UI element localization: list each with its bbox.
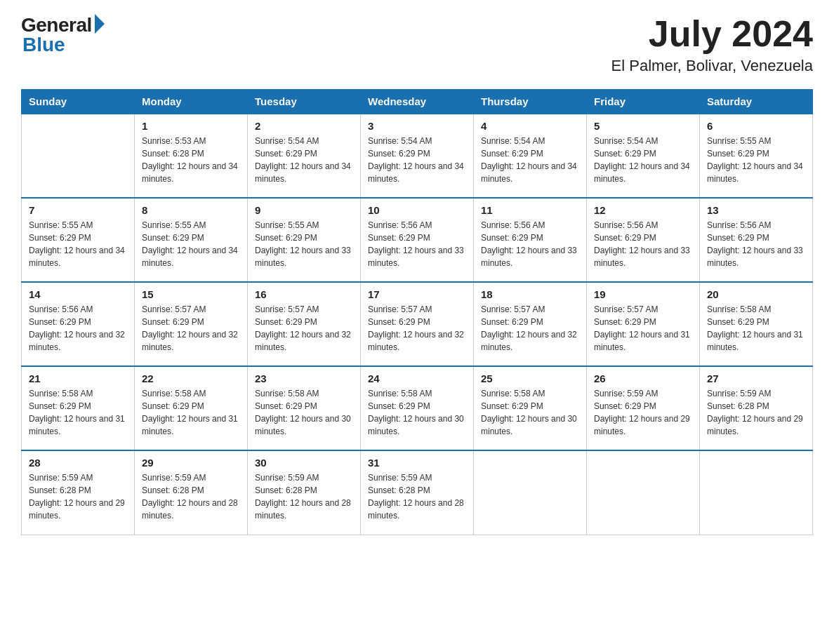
calendar-cell: 28Sunrise: 5:59 AMSunset: 6:28 PMDayligh…: [22, 450, 135, 535]
day-number: 7: [29, 204, 127, 216]
calendar-cell: 16Sunrise: 5:57 AMSunset: 6:29 PMDayligh…: [248, 282, 361, 366]
day-number: 5: [594, 120, 692, 132]
calendar-table: Sunday Monday Tuesday Wednesday Thursday…: [21, 89, 813, 535]
day-info: Sunrise: 5:54 AMSunset: 6:29 PMDaylight:…: [481, 135, 579, 185]
day-info: Sunrise: 5:56 AMSunset: 6:29 PMDaylight:…: [368, 219, 466, 269]
calendar-cell: 14Sunrise: 5:56 AMSunset: 6:29 PMDayligh…: [22, 282, 135, 366]
day-info: Sunrise: 5:56 AMSunset: 6:29 PMDaylight:…: [481, 219, 579, 269]
col-friday: Friday: [587, 90, 700, 114]
week-row-4: 21Sunrise: 5:58 AMSunset: 6:29 PMDayligh…: [22, 366, 813, 450]
day-info: Sunrise: 5:58 AMSunset: 6:29 PMDaylight:…: [142, 387, 240, 438]
day-info: Sunrise: 5:59 AMSunset: 6:29 PMDaylight:…: [594, 387, 692, 438]
day-info: Sunrise: 5:57 AMSunset: 6:29 PMDaylight:…: [368, 303, 466, 354]
day-info: Sunrise: 5:58 AMSunset: 6:29 PMDaylight:…: [368, 387, 466, 438]
day-number: 9: [255, 204, 353, 216]
day-number: 11: [481, 204, 579, 216]
calendar-cell: 31Sunrise: 5:59 AMSunset: 6:28 PMDayligh…: [361, 450, 474, 535]
col-wednesday: Wednesday: [361, 90, 474, 114]
calendar-cell: 18Sunrise: 5:57 AMSunset: 6:29 PMDayligh…: [474, 282, 587, 366]
calendar-cell: 3Sunrise: 5:54 AMSunset: 6:29 PMDaylight…: [361, 114, 474, 198]
calendar-cell: 5Sunrise: 5:54 AMSunset: 6:29 PMDaylight…: [587, 114, 700, 198]
day-number: 1: [142, 120, 240, 132]
month-title: July 2024: [611, 14, 813, 54]
day-info: Sunrise: 5:55 AMSunset: 6:29 PMDaylight:…: [255, 219, 353, 269]
day-info: Sunrise: 5:56 AMSunset: 6:29 PMDaylight:…: [707, 219, 805, 269]
day-number: 8: [142, 204, 240, 216]
day-info: Sunrise: 5:58 AMSunset: 6:29 PMDaylight:…: [481, 387, 579, 438]
calendar-cell: 25Sunrise: 5:58 AMSunset: 6:29 PMDayligh…: [474, 366, 587, 450]
calendar-cell: 27Sunrise: 5:59 AMSunset: 6:28 PMDayligh…: [700, 366, 813, 450]
day-info: Sunrise: 5:59 AMSunset: 6:28 PMDaylight:…: [368, 471, 466, 522]
calendar-cell: 19Sunrise: 5:57 AMSunset: 6:29 PMDayligh…: [587, 282, 700, 366]
col-monday: Monday: [135, 90, 248, 114]
calendar-cell: 11Sunrise: 5:56 AMSunset: 6:29 PMDayligh…: [474, 198, 587, 282]
day-info: Sunrise: 5:57 AMSunset: 6:29 PMDaylight:…: [255, 303, 353, 354]
day-info: Sunrise: 5:59 AMSunset: 6:28 PMDaylight:…: [707, 387, 805, 438]
calendar-cell: 15Sunrise: 5:57 AMSunset: 6:29 PMDayligh…: [135, 282, 248, 366]
calendar-cell: 12Sunrise: 5:56 AMSunset: 6:29 PMDayligh…: [587, 198, 700, 282]
logo-blue-text: Blue: [22, 34, 65, 56]
calendar-cell: 13Sunrise: 5:56 AMSunset: 6:29 PMDayligh…: [700, 198, 813, 282]
day-number: 30: [255, 457, 353, 469]
week-row-5: 28Sunrise: 5:59 AMSunset: 6:28 PMDayligh…: [22, 450, 813, 535]
day-info: Sunrise: 5:56 AMSunset: 6:29 PMDaylight:…: [29, 303, 127, 354]
calendar-cell: 26Sunrise: 5:59 AMSunset: 6:29 PMDayligh…: [587, 366, 700, 450]
day-info: Sunrise: 5:59 AMSunset: 6:28 PMDaylight:…: [255, 471, 353, 522]
day-number: 17: [368, 288, 466, 300]
day-number: 4: [481, 120, 579, 132]
day-number: 14: [29, 288, 127, 300]
day-info: Sunrise: 5:55 AMSunset: 6:29 PMDaylight:…: [29, 219, 127, 269]
page-header: General Blue July 2024 El Palmer, Boliva…: [21, 14, 813, 75]
calendar-cell: 4Sunrise: 5:54 AMSunset: 6:29 PMDaylight…: [474, 114, 587, 198]
calendar-cell: [474, 450, 587, 535]
calendar-cell: 9Sunrise: 5:55 AMSunset: 6:29 PMDaylight…: [248, 198, 361, 282]
day-number: 26: [594, 373, 692, 384]
title-area: July 2024 El Palmer, Bolivar, Venezuela: [611, 14, 813, 75]
calendar-cell: 20Sunrise: 5:58 AMSunset: 6:29 PMDayligh…: [700, 282, 813, 366]
calendar-cell: 29Sunrise: 5:59 AMSunset: 6:28 PMDayligh…: [135, 450, 248, 535]
day-number: 23: [255, 373, 353, 384]
week-row-1: 1Sunrise: 5:53 AMSunset: 6:28 PMDaylight…: [22, 114, 813, 198]
day-number: 6: [707, 120, 805, 132]
calendar-cell: 22Sunrise: 5:58 AMSunset: 6:29 PMDayligh…: [135, 366, 248, 450]
day-info: Sunrise: 5:54 AMSunset: 6:29 PMDaylight:…: [255, 135, 353, 185]
week-row-3: 14Sunrise: 5:56 AMSunset: 6:29 PMDayligh…: [22, 282, 813, 366]
day-number: 3: [368, 120, 466, 132]
calendar-cell: 1Sunrise: 5:53 AMSunset: 6:28 PMDaylight…: [135, 114, 248, 198]
day-number: 20: [707, 288, 805, 300]
day-number: 28: [29, 457, 127, 469]
day-info: Sunrise: 5:57 AMSunset: 6:29 PMDaylight:…: [481, 303, 579, 354]
logo: General Blue: [21, 14, 105, 56]
day-info: Sunrise: 5:58 AMSunset: 6:29 PMDaylight:…: [29, 387, 127, 438]
calendar-cell: 6Sunrise: 5:55 AMSunset: 6:29 PMDaylight…: [700, 114, 813, 198]
day-number: 22: [142, 373, 240, 384]
calendar-cell: 7Sunrise: 5:55 AMSunset: 6:29 PMDaylight…: [22, 198, 135, 282]
day-number: 29: [142, 457, 240, 469]
calendar-cell: 2Sunrise: 5:54 AMSunset: 6:29 PMDaylight…: [248, 114, 361, 198]
day-info: Sunrise: 5:54 AMSunset: 6:29 PMDaylight:…: [368, 135, 466, 185]
day-number: 12: [594, 204, 692, 216]
calendar-cell: [700, 450, 813, 535]
day-info: Sunrise: 5:55 AMSunset: 6:29 PMDaylight:…: [142, 219, 240, 269]
calendar-cell: 23Sunrise: 5:58 AMSunset: 6:29 PMDayligh…: [248, 366, 361, 450]
calendar-cell: 24Sunrise: 5:58 AMSunset: 6:29 PMDayligh…: [361, 366, 474, 450]
day-info: Sunrise: 5:56 AMSunset: 6:29 PMDaylight:…: [594, 219, 692, 269]
day-info: Sunrise: 5:59 AMSunset: 6:28 PMDaylight:…: [29, 471, 127, 522]
day-info: Sunrise: 5:53 AMSunset: 6:28 PMDaylight:…: [142, 135, 240, 185]
col-tuesday: Tuesday: [248, 90, 361, 114]
day-info: Sunrise: 5:58 AMSunset: 6:29 PMDaylight:…: [707, 303, 805, 354]
week-row-2: 7Sunrise: 5:55 AMSunset: 6:29 PMDaylight…: [22, 198, 813, 282]
calendar-cell: [22, 114, 135, 198]
col-thursday: Thursday: [474, 90, 587, 114]
col-sunday: Sunday: [22, 90, 135, 114]
day-info: Sunrise: 5:54 AMSunset: 6:29 PMDaylight:…: [594, 135, 692, 185]
header-row: Sunday Monday Tuesday Wednesday Thursday…: [22, 90, 813, 114]
day-number: 21: [29, 373, 127, 384]
col-saturday: Saturday: [700, 90, 813, 114]
day-number: 15: [142, 288, 240, 300]
day-number: 25: [481, 373, 579, 384]
calendar-cell: [587, 450, 700, 535]
logo-triangle-icon: [95, 14, 105, 34]
day-info: Sunrise: 5:58 AMSunset: 6:29 PMDaylight:…: [255, 387, 353, 438]
day-number: 31: [368, 457, 466, 469]
